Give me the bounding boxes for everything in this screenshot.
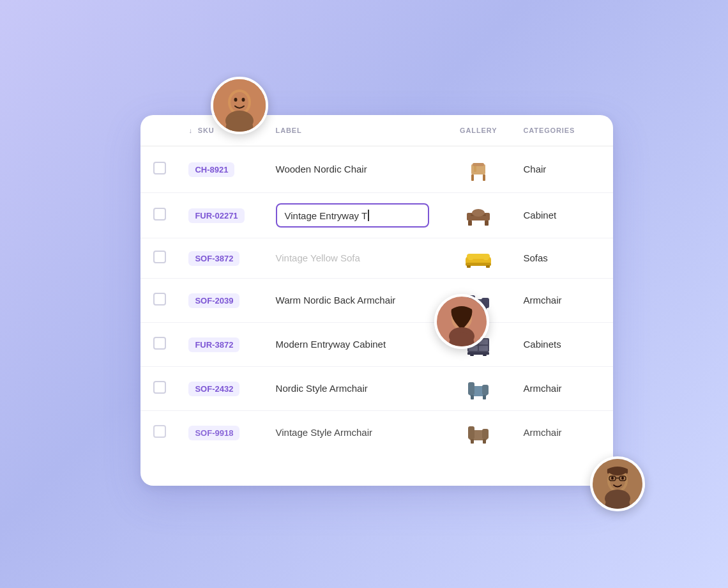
svg-rect-10 [474, 166, 476, 172]
col-header-label: LABEL [266, 115, 444, 146]
category-text: Armchair [523, 427, 561, 438]
svg-point-59 [621, 477, 624, 480]
category-text: Armchair [523, 383, 561, 394]
svg-rect-32 [479, 346, 488, 351]
svg-point-58 [611, 477, 614, 480]
svg-point-2 [231, 92, 248, 112]
svg-rect-40 [483, 395, 486, 399]
sku-badge: CH-8921 [188, 162, 234, 177]
table-row: SOF-9918Vintage Style Armchair Armchair [140, 411, 613, 455]
label-text: Wooden Nordic Chair [276, 164, 367, 174]
svg-rect-21 [468, 255, 473, 260]
sku-badge: SOF-9918 [188, 426, 239, 440]
sort-icon: ↓ [188, 127, 192, 134]
svg-point-15 [472, 209, 485, 217]
category-text: Cabinet [523, 210, 556, 220]
svg-point-4 [242, 98, 245, 102]
category-text: Armchair [523, 295, 561, 306]
table-row: FUR-02271 Vintage Entryway T Cabinet [140, 193, 613, 238]
gallery-cell [444, 238, 513, 279]
category-text: Chair [523, 164, 546, 174]
col-categories-label: CATEGORIES [523, 127, 575, 134]
label-input-text: Vintage Entryway T [285, 210, 368, 221]
sku-badge: FUR-02271 [188, 208, 244, 223]
table-row: CH-8921Wooden Nordic Chair Chair [140, 146, 613, 193]
sku-badge: FUR-3872 [188, 337, 239, 352]
table-row: SOF-2432Nordic Style Armchair Armchair [140, 367, 613, 411]
svg-rect-44 [471, 439, 474, 444]
category-text: Cabinets [523, 339, 561, 350]
gallery-cell [444, 411, 513, 455]
avatar-top-image [213, 79, 266, 132]
row-checkbox[interactable] [153, 337, 166, 350]
col-gallery-label: GALLERY [460, 127, 497, 134]
gallery-cell [444, 367, 513, 411]
svg-rect-19 [467, 265, 471, 268]
svg-rect-9 [483, 174, 485, 181]
table-row: SOF-3872Vintage Yellow Sofa Sofas [140, 238, 613, 279]
avatar-bottom-right [590, 456, 645, 511]
svg-rect-20 [486, 265, 490, 268]
svg-rect-34 [470, 355, 474, 356]
sku-badge: SOF-3872 [188, 251, 239, 266]
svg-rect-38 [482, 385, 489, 395]
sku-badge: SOF-2039 [188, 293, 239, 308]
row-checkbox[interactable] [153, 293, 166, 306]
svg-rect-13 [485, 220, 489, 226]
svg-rect-12 [468, 220, 472, 226]
data-table: ↓ SKU LABEL GALLERY CATEGORIES CH-8921Wo… [140, 115, 613, 454]
col-sku-label: SKU [198, 127, 215, 134]
label-text: Warm Nordic Back Armchair [276, 295, 396, 306]
row-checkbox[interactable] [153, 208, 166, 220]
col-header-gallery: GALLERY [444, 115, 513, 146]
main-card: ↓ SKU LABEL GALLERY CATEGORIES CH-8921Wo… [140, 115, 613, 486]
gallery-image [454, 204, 503, 227]
gallery-cell [444, 146, 513, 193]
gallery-image [454, 249, 503, 268]
scene: ↓ SKU LABEL GALLERY CATEGORIES CH-8921Wo… [102, 64, 626, 524]
sku-badge: SOF-2432 [188, 382, 239, 396]
label-text: Vintage Yellow Sofa [276, 252, 360, 263]
svg-rect-39 [471, 395, 474, 399]
avatar-top [211, 77, 268, 134]
svg-rect-42 [468, 426, 474, 439]
svg-rect-8 [471, 174, 474, 181]
table-row: FUR-3872Modern Entryway Cabinet Cabinets [140, 323, 613, 367]
col-header-check [140, 115, 178, 146]
svg-point-3 [234, 98, 238, 102]
label-input-field[interactable]: Vintage Entryway T [276, 203, 429, 228]
gallery-image [454, 421, 503, 444]
gallery-cell [444, 193, 513, 238]
avatar-middle [434, 294, 489, 349]
svg-rect-35 [483, 355, 487, 356]
table-row: SOF-2039Warm Nordic Back Armchair Armcha… [140, 279, 613, 323]
label-text: Vintage Style Armchair [276, 427, 372, 438]
table-header-row: ↓ SKU LABEL GALLERY CATEGORIES [140, 115, 613, 146]
svg-rect-22 [483, 255, 489, 260]
col-label-label: LABEL [276, 127, 302, 134]
row-checkbox[interactable] [153, 381, 166, 394]
label-text: Modern Entryway Cabinet [276, 339, 386, 350]
svg-rect-45 [483, 439, 486, 444]
gallery-image [454, 157, 503, 182]
col-header-categories: CATEGORIES [513, 115, 613, 146]
text-cursor [368, 210, 369, 221]
gallery-image [454, 377, 503, 400]
row-checkbox[interactable] [153, 251, 166, 263]
svg-rect-37 [468, 382, 474, 395]
svg-rect-43 [482, 429, 489, 439]
row-checkbox[interactable] [153, 162, 166, 174]
svg-rect-33 [467, 352, 489, 355]
row-checkbox[interactable] [153, 425, 166, 438]
label-text: Nordic Style Armchair [276, 383, 368, 394]
category-text: Sofas [523, 252, 547, 263]
